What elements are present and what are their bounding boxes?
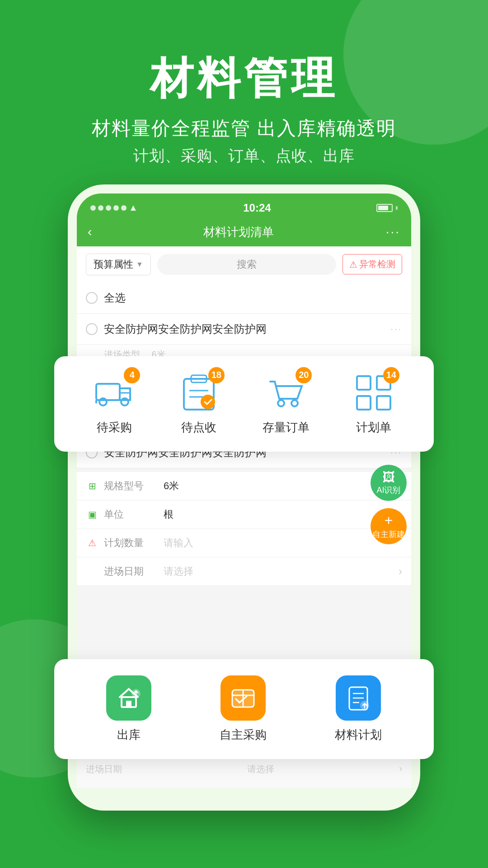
pending-purchase-icon-wrap: 4 — [94, 373, 135, 413]
detail-row-unit: ▣ 单位 根 — [77, 500, 411, 529]
phone-mockup: ▲ 10:24 ‹ 材料计划清单 ··· 预算属性 ▼ — [68, 184, 420, 811]
chevron-down-icon: ▼ — [136, 260, 143, 269]
plus-icon: + — [385, 512, 393, 529]
date-icon — [86, 565, 99, 578]
warning-icon: ⚠ — [349, 259, 357, 270]
header-section: 材料管理 材料量价全程监管 出入库精确透明 计划、采购、订单、点收、出库 — [0, 0, 488, 184]
ai-recognition-button[interactable]: 🖼 AI识别 — [371, 465, 407, 501]
subtitle-main: 材料量价全程监管 出入库精确透明 — [0, 116, 488, 141]
document-icon — [345, 684, 372, 712]
action-item-plan[interactable]: 14 计划单 — [353, 373, 394, 435]
battery-indicator — [376, 204, 398, 212]
svg-point-9 — [278, 400, 284, 406]
pending-purchase-badge: 4 — [124, 367, 140, 383]
status-time: 10:24 — [243, 202, 271, 214]
stock-order-label: 存量订单 — [263, 420, 310, 435]
unit-key: 单位 — [104, 508, 158, 521]
spec-value: 6米 — [164, 479, 402, 493]
detail-row-spec: ⊞ 规格型号 6米 — [77, 472, 411, 500]
detail-row-quantity: ⚠ 计划数量 请输入 — [77, 529, 411, 557]
chevron-right-icon: › — [399, 565, 402, 578]
self-purchase-label: 自主采购 — [220, 727, 267, 743]
more-button[interactable]: ··· — [386, 225, 400, 239]
subtitle-sub: 计划、采购、订单、点收、出库 — [0, 146, 488, 166]
quantity-icon: ⚠ — [86, 537, 99, 549]
pending-purchase-label: 待采购 — [97, 420, 132, 435]
svg-rect-11 — [357, 376, 371, 390]
anomaly-detect-button[interactable]: ⚠ 异常检测 — [343, 254, 402, 274]
select-all-radio[interactable] — [86, 292, 98, 304]
stock-order-icon-wrap: 20 — [266, 373, 306, 413]
pending-receive-badge: 18 — [208, 367, 225, 383]
signal-dot-2 — [98, 205, 103, 211]
bottom-chevron: › — [399, 763, 402, 775]
select-all-label: 全选 — [104, 291, 126, 305]
self-create-button[interactable]: + 自主新建 — [371, 508, 407, 544]
signal-dot-3 — [106, 205, 111, 211]
action-item-pending-purchase[interactable]: 4 待采购 — [94, 373, 135, 435]
wifi-icon: ▲ — [129, 203, 138, 213]
quantity-key: 计划数量 — [104, 536, 158, 550]
status-bar: ▲ 10:24 — [77, 193, 411, 218]
self-purchase-icon-box — [221, 675, 266, 721]
list-item[interactable]: 安全防护网安全防护网安全防护网 ··· — [77, 314, 411, 345]
list-item-left: 安全防护网安全防护网安全防护网 — [86, 322, 390, 336]
svg-point-8 — [201, 395, 215, 409]
svg-rect-14 — [377, 396, 390, 410]
stock-order-badge: 20 — [296, 367, 312, 383]
shopping-cart-box-icon — [230, 684, 257, 712]
search-bar: 预算属性 ▼ 搜索 ⚠ 异常检测 — [77, 246, 411, 283]
action-item-outbound[interactable]: 出库 — [106, 675, 151, 743]
phone-bottom-frame — [77, 788, 411, 802]
date-value[interactable]: 请选择 — [164, 565, 393, 578]
filter-button[interactable]: 预算属性 ▼ — [86, 254, 151, 275]
battery-fill — [378, 206, 388, 210]
action-item-self-purchase[interactable]: 自主采购 — [220, 675, 267, 743]
outbound-icon-box — [106, 675, 151, 721]
spec-icon: ⊞ — [86, 480, 99, 492]
action-item-material-plan[interactable]: 材料计划 — [335, 675, 382, 743]
item-radio[interactable] — [86, 323, 98, 335]
pending-receive-icon-wrap: 18 — [178, 373, 219, 413]
detail-row-date[interactable]: 进场日期 请选择 › — [77, 557, 411, 586]
filter-label: 预算属性 — [94, 258, 133, 271]
float-button-group: 🖼 AI识别 + 自主新建 — [371, 465, 407, 544]
phone-nav-bar: ‹ 材料计划清单 ··· — [77, 218, 411, 246]
spec-key: 规格型号 — [104, 479, 158, 493]
plan-icon-wrap: 14 — [353, 373, 394, 413]
signal-dots: ▲ — [90, 203, 138, 213]
outbound-label: 出库 — [117, 727, 141, 743]
plan-label: 计划单 — [356, 420, 391, 435]
svg-rect-13 — [357, 396, 371, 410]
action-item-pending-receive[interactable]: 18 待点收 — [178, 373, 219, 435]
ai-icon: 🖼 — [382, 470, 395, 485]
anomaly-label: 异常检测 — [359, 258, 395, 270]
ai-label: AI识别 — [376, 485, 400, 495]
house-icon — [115, 684, 142, 712]
quantity-value[interactable]: 请输入 — [164, 536, 402, 550]
action-item-stock-order[interactable]: 20 存量订单 — [263, 373, 310, 435]
signal-dot-5 — [121, 205, 127, 211]
back-button[interactable]: ‹ — [88, 225, 92, 239]
unit-icon: ▣ — [86, 508, 99, 521]
date-key: 进场日期 — [104, 565, 158, 578]
search-input[interactable]: 搜索 — [157, 254, 336, 275]
battery-icon — [376, 204, 393, 212]
detail-section: ⊞ 规格型号 6米 ▣ 单位 根 ⚠ 计划数量 请输入 进场日期 请选 — [77, 472, 411, 586]
signal-dot-1 — [90, 205, 96, 211]
quick-action-card-bottom: 出库 自主采购 — [54, 659, 434, 759]
page-title: 材料管理 — [0, 54, 488, 102]
material-plan-icon-box — [336, 675, 381, 721]
bottom-date-partial: 进场日期 请选择 › — [77, 754, 411, 788]
bottom-date-value: 请选择 — [247, 763, 274, 775]
svg-point-10 — [291, 400, 298, 406]
battery-tip — [396, 206, 398, 210]
create-label: 自主新建 — [372, 529, 405, 540]
svg-rect-16 — [126, 701, 131, 707]
nav-title: 材料计划清单 — [203, 224, 274, 240]
select-all-row[interactable]: 全选 — [77, 283, 411, 314]
item-more-icon[interactable]: ··· — [390, 324, 402, 334]
material-plan-label: 材料计划 — [335, 727, 382, 743]
signal-dot-4 — [113, 205, 119, 211]
bottom-date-label: 进场日期 — [86, 763, 122, 775]
